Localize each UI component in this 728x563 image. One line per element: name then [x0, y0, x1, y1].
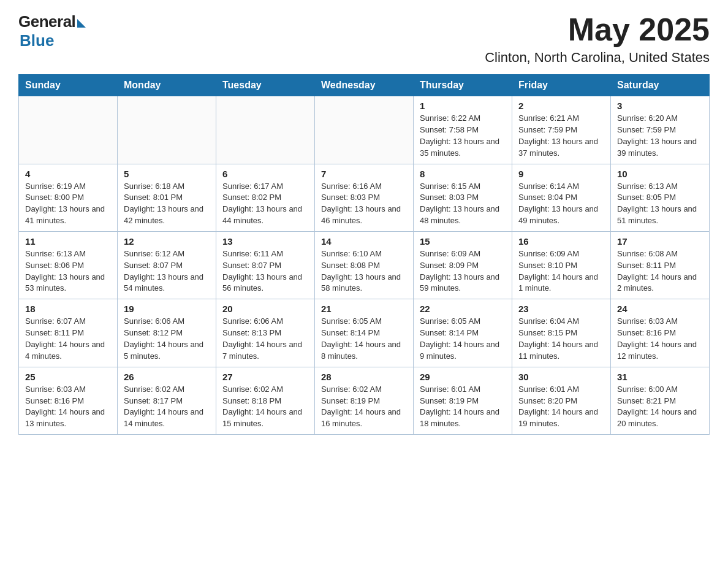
day-number: 9 [518, 169, 604, 179]
weekday-header-friday: Friday [512, 75, 611, 96]
day-info: Sunrise: 6:17 AM Sunset: 8:02 PM Dayligh… [222, 181, 308, 227]
calendar-cell: 19Sunrise: 6:06 AM Sunset: 8:12 PM Dayli… [118, 299, 216, 367]
calendar-cell: 21Sunrise: 6:05 AM Sunset: 8:14 PM Dayli… [315, 299, 414, 367]
day-info: Sunrise: 6:02 AM Sunset: 8:17 PM Dayligh… [124, 384, 210, 430]
calendar-cell: 15Sunrise: 6:09 AM Sunset: 8:09 PM Dayli… [414, 231, 512, 299]
day-number: 27 [222, 372, 308, 382]
day-info: Sunrise: 6:15 AM Sunset: 8:03 PM Dayligh… [420, 181, 506, 227]
day-info: Sunrise: 6:01 AM Sunset: 8:20 PM Dayligh… [518, 384, 604, 430]
day-number: 31 [617, 372, 703, 382]
day-number: 2 [518, 101, 604, 111]
week-row-4: 18Sunrise: 6:07 AM Sunset: 8:11 PM Dayli… [19, 299, 710, 367]
day-number: 16 [518, 236, 604, 247]
calendar-cell: 13Sunrise: 6:11 AM Sunset: 8:07 PM Dayli… [216, 231, 315, 299]
day-number: 6 [222, 169, 308, 179]
calendar-cell: 17Sunrise: 6:08 AM Sunset: 8:11 PM Dayli… [611, 231, 710, 299]
day-info: Sunrise: 6:12 AM Sunset: 8:07 PM Dayligh… [124, 248, 210, 294]
day-info: Sunrise: 6:01 AM Sunset: 8:19 PM Dayligh… [420, 384, 506, 430]
weekday-header-thursday: Thursday [414, 75, 512, 96]
calendar-cell: 2Sunrise: 6:21 AM Sunset: 7:59 PM Daylig… [512, 96, 611, 164]
weekday-header-sunday: Sunday [19, 75, 118, 96]
calendar-cell: 7Sunrise: 6:16 AM Sunset: 8:03 PM Daylig… [315, 164, 414, 231]
week-row-1: 1Sunrise: 6:22 AM Sunset: 7:58 PM Daylig… [19, 96, 710, 164]
calendar-cell: 1Sunrise: 6:22 AM Sunset: 7:58 PM Daylig… [414, 96, 512, 164]
calendar-cell: 20Sunrise: 6:06 AM Sunset: 8:13 PM Dayli… [216, 299, 315, 367]
calendar-cell: 11Sunrise: 6:13 AM Sunset: 8:06 PM Dayli… [19, 231, 118, 299]
day-info: Sunrise: 6:18 AM Sunset: 8:01 PM Dayligh… [124, 181, 210, 227]
calendar-cell: 28Sunrise: 6:02 AM Sunset: 8:19 PM Dayli… [315, 367, 414, 434]
day-info: Sunrise: 6:21 AM Sunset: 7:59 PM Dayligh… [518, 113, 604, 159]
location-subtitle: Clinton, North Carolina, United States [485, 50, 710, 66]
calendar-cell: 29Sunrise: 6:01 AM Sunset: 8:19 PM Dayli… [414, 367, 512, 434]
day-info: Sunrise: 6:03 AM Sunset: 8:16 PM Dayligh… [25, 384, 111, 430]
calendar-cell [315, 96, 414, 164]
weekday-header-tuesday: Tuesday [216, 75, 315, 96]
calendar-cell: 27Sunrise: 6:02 AM Sunset: 8:18 PM Dayli… [216, 367, 315, 434]
day-info: Sunrise: 6:02 AM Sunset: 8:18 PM Dayligh… [222, 384, 308, 430]
day-info: Sunrise: 6:02 AM Sunset: 8:19 PM Dayligh… [321, 384, 407, 430]
day-info: Sunrise: 6:10 AM Sunset: 8:08 PM Dayligh… [321, 248, 407, 294]
calendar-cell: 25Sunrise: 6:03 AM Sunset: 8:16 PM Dayli… [19, 367, 118, 434]
calendar-cell: 6Sunrise: 6:17 AM Sunset: 8:02 PM Daylig… [216, 164, 315, 231]
day-info: Sunrise: 6:16 AM Sunset: 8:03 PM Dayligh… [321, 181, 407, 227]
day-info: Sunrise: 6:07 AM Sunset: 8:11 PM Dayligh… [25, 316, 111, 362]
day-info: Sunrise: 6:00 AM Sunset: 8:21 PM Dayligh… [617, 384, 703, 430]
day-number: 15 [420, 236, 506, 247]
day-number: 23 [518, 304, 604, 314]
day-number: 7 [321, 169, 407, 179]
calendar-cell: 16Sunrise: 6:09 AM Sunset: 8:10 PM Dayli… [512, 231, 611, 299]
calendar-cell: 8Sunrise: 6:15 AM Sunset: 8:03 PM Daylig… [414, 164, 512, 231]
day-number: 30 [518, 372, 604, 382]
day-number: 12 [124, 236, 210, 247]
day-info: Sunrise: 6:05 AM Sunset: 8:14 PM Dayligh… [321, 316, 407, 362]
logo-triangle-icon [77, 19, 86, 28]
day-info: Sunrise: 6:03 AM Sunset: 8:16 PM Dayligh… [617, 316, 703, 362]
logo-blue-text: Blue [20, 31, 54, 50]
calendar-cell: 14Sunrise: 6:10 AM Sunset: 8:08 PM Dayli… [315, 231, 414, 299]
day-number: 5 [124, 169, 210, 179]
day-info: Sunrise: 6:20 AM Sunset: 7:59 PM Dayligh… [617, 113, 703, 159]
day-number: 4 [25, 169, 111, 179]
calendar-cell: 9Sunrise: 6:14 AM Sunset: 8:04 PM Daylig… [512, 164, 611, 231]
title-area: May 2025 Clinton, North Carolina, United… [485, 12, 710, 66]
day-number: 11 [25, 236, 111, 247]
calendar-cell: 22Sunrise: 6:05 AM Sunset: 8:14 PM Dayli… [414, 299, 512, 367]
day-number: 26 [124, 372, 210, 382]
calendar-cell [216, 96, 315, 164]
day-info: Sunrise: 6:11 AM Sunset: 8:07 PM Dayligh… [222, 248, 308, 294]
day-number: 14 [321, 236, 407, 247]
day-info: Sunrise: 6:19 AM Sunset: 8:00 PM Dayligh… [25, 181, 111, 227]
logo: General Blue [18, 12, 86, 50]
calendar-cell: 18Sunrise: 6:07 AM Sunset: 8:11 PM Dayli… [19, 299, 118, 367]
calendar-cell [19, 96, 118, 164]
calendar-cell: 5Sunrise: 6:18 AM Sunset: 8:01 PM Daylig… [118, 164, 216, 231]
day-info: Sunrise: 6:14 AM Sunset: 8:04 PM Dayligh… [518, 181, 604, 227]
calendar-table: SundayMondayTuesdayWednesdayThursdayFrid… [18, 74, 710, 435]
day-info: Sunrise: 6:08 AM Sunset: 8:11 PM Dayligh… [617, 248, 703, 294]
day-number: 29 [420, 372, 506, 382]
page-header: General Blue May 2025 Clinton, North Car… [18, 12, 710, 66]
day-info: Sunrise: 6:06 AM Sunset: 8:12 PM Dayligh… [124, 316, 210, 362]
day-info: Sunrise: 6:09 AM Sunset: 8:10 PM Dayligh… [518, 248, 604, 294]
week-row-3: 11Sunrise: 6:13 AM Sunset: 8:06 PM Dayli… [19, 231, 710, 299]
day-number: 8 [420, 169, 506, 179]
calendar-cell: 12Sunrise: 6:12 AM Sunset: 8:07 PM Dayli… [118, 231, 216, 299]
calendar-cell: 4Sunrise: 6:19 AM Sunset: 8:00 PM Daylig… [19, 164, 118, 231]
calendar-cell: 24Sunrise: 6:03 AM Sunset: 8:16 PM Dayli… [611, 299, 710, 367]
calendar-cell [118, 96, 216, 164]
day-number: 25 [25, 372, 111, 382]
logo-general-text: General [18, 12, 75, 31]
day-number: 17 [617, 236, 703, 247]
calendar-cell: 31Sunrise: 6:00 AM Sunset: 8:21 PM Dayli… [611, 367, 710, 434]
day-info: Sunrise: 6:09 AM Sunset: 8:09 PM Dayligh… [420, 248, 506, 294]
day-number: 19 [124, 304, 210, 314]
day-number: 20 [222, 304, 308, 314]
day-info: Sunrise: 6:04 AM Sunset: 8:15 PM Dayligh… [518, 316, 604, 362]
day-number: 10 [617, 169, 703, 179]
day-number: 24 [617, 304, 703, 314]
weekday-header-monday: Monday [118, 75, 216, 96]
day-info: Sunrise: 6:06 AM Sunset: 8:13 PM Dayligh… [222, 316, 308, 362]
day-info: Sunrise: 6:05 AM Sunset: 8:14 PM Dayligh… [420, 316, 506, 362]
day-number: 22 [420, 304, 506, 314]
day-number: 1 [420, 101, 506, 111]
